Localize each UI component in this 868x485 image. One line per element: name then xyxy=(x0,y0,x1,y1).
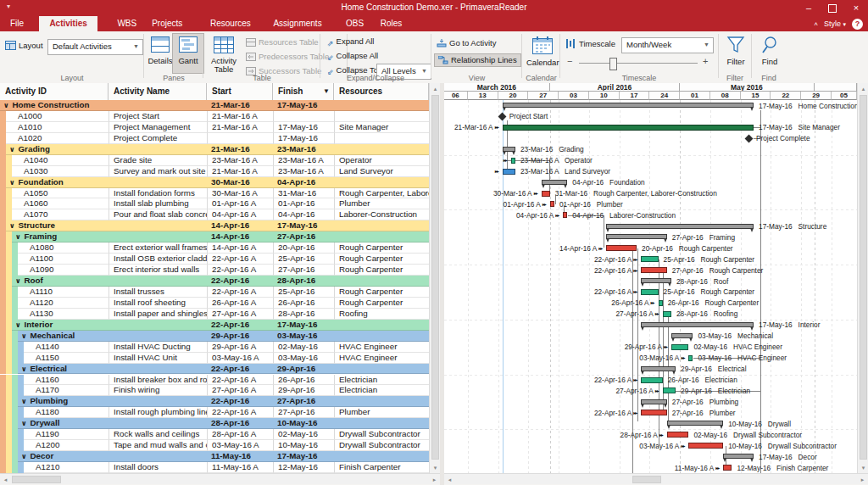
table-row[interactable]: A1010Project Management21-Mar-16 A17-May… xyxy=(0,122,429,133)
tab-resources[interactable]: Resources xyxy=(200,16,261,31)
gantt-summary-bar[interactable] xyxy=(723,454,754,459)
column-header-start[interactable]: Start xyxy=(207,83,273,100)
table-row[interactable]: A1000Project Start21-Mar-16 A xyxy=(0,111,429,122)
gantt-bar[interactable] xyxy=(563,212,567,218)
gantt-bar[interactable] xyxy=(542,191,550,197)
predecessors-table-button[interactable]: Predecessors Table xyxy=(246,51,329,63)
gantt-summary-bar[interactable] xyxy=(606,234,667,239)
collapse-chevron-icon[interactable]: ∨ xyxy=(21,365,27,373)
tab-assignments[interactable]: Assignments xyxy=(263,16,331,31)
collapse-chevron-icon[interactable]: ∨ xyxy=(9,222,15,230)
gantt-bar[interactable] xyxy=(641,289,658,295)
gantt-bar[interactable] xyxy=(641,267,667,273)
column-header-finish[interactable]: Finish▼ xyxy=(273,83,334,100)
tab-roles[interactable]: Roles xyxy=(370,16,413,31)
gantt-bar[interactable] xyxy=(688,443,723,449)
scrollbar-thumb[interactable] xyxy=(12,476,61,483)
scrollbar-thumb[interactable] xyxy=(431,95,439,460)
gantt-bar[interactable] xyxy=(667,432,689,438)
group-row[interactable]: ∨Plumbing22-Apr-1627-Apr-16 xyxy=(0,396,429,407)
filter-button[interactable]: Filter xyxy=(720,33,752,74)
tab-activities[interactable]: Activities xyxy=(39,16,97,31)
gantt-summary-bar[interactable] xyxy=(671,333,693,338)
group-row[interactable]: ∨Roof22-Apr-1628-Apr-16 xyxy=(0,276,429,287)
collapse-chevron-icon[interactable]: ∨ xyxy=(21,398,27,405)
calendar-button[interactable]: Calendar xyxy=(526,33,559,74)
group-row[interactable]: ∨Framing14-Apr-1627-Apr-16 xyxy=(0,231,429,242)
gantt-bar[interactable] xyxy=(641,410,667,415)
table-row[interactable]: A1090Erect interior stud walls22-Apr-16 … xyxy=(0,265,429,276)
group-row[interactable]: ∨Grading21-Mar-1623-Mar-16 xyxy=(0,144,429,155)
style-menu[interactable]: Style ▾ xyxy=(824,20,846,28)
column-header-activity-name[interactable]: Activity Name xyxy=(108,83,207,100)
scroll-left-icon[interactable]: ◂ xyxy=(0,474,11,485)
table-row[interactable]: A1030Survey and mark out site21-Mar-16 A… xyxy=(0,166,429,177)
table-row[interactable]: A1180Install rough plumbing lines22-Apr-… xyxy=(0,407,429,418)
table-row[interactable]: A1120Install roof sheeting26-Apr-16 A26-… xyxy=(0,298,429,309)
gantt-horizontal-scrollbar[interactable]: ◂ ▸ xyxy=(444,473,868,484)
collapse-chevron-icon[interactable]: ∨ xyxy=(21,332,27,340)
gantt-bar[interactable] xyxy=(641,256,658,262)
group-row[interactable]: ∨Foundation30-Mar-1604-Apr-16 xyxy=(0,177,429,188)
gantt-bar[interactable] xyxy=(723,465,732,471)
collapse-all-button[interactable]: ⇙Collapse All xyxy=(327,50,378,62)
resources-table-button[interactable]: Resources Table xyxy=(246,36,319,48)
column-header-resources[interactable]: Resources xyxy=(334,83,429,100)
scroll-up-icon[interactable]: ▴ xyxy=(858,83,868,94)
gantt-bar[interactable] xyxy=(671,344,688,350)
scroll-right-icon[interactable]: ▸ xyxy=(429,474,440,485)
gantt-bar[interactable] xyxy=(641,377,663,383)
gantt-summary-bar[interactable] xyxy=(606,224,754,229)
scroll-down-icon[interactable]: ▾ xyxy=(858,462,868,473)
collapse-chevron-icon[interactable]: ∨ xyxy=(9,179,15,187)
group-row[interactable]: ∨Drywall28-Apr-1610-May-16 xyxy=(0,418,429,429)
group-row[interactable]: ∨Interior22-Apr-1617-May-16 xyxy=(0,320,429,331)
table-row[interactable]: A1160Install breaker box and rough wirin… xyxy=(0,375,429,386)
gantt-summary-bar[interactable] xyxy=(503,147,515,152)
scroll-right-icon[interactable]: ▸ xyxy=(857,474,868,485)
table-row[interactable]: A1140Install HVAC Ducting29-Apr-16 A02-M… xyxy=(0,342,429,353)
table-row[interactable]: A1050Install fondation forms30-Mar-16 A3… xyxy=(0,188,429,199)
collapse-chevron-icon[interactable]: ∨ xyxy=(15,277,21,285)
layout-combobox[interactable]: Default Activities▼ xyxy=(47,39,143,55)
find-button[interactable]: Find xyxy=(754,33,786,74)
table-row[interactable]: A1190Rock walls and ceilings28-Apr-16 A0… xyxy=(0,429,429,440)
table-vertical-scrollbar[interactable]: ▴ ▾ xyxy=(429,83,440,473)
gantt-bar[interactable] xyxy=(659,300,663,306)
gantt-bar[interactable] xyxy=(663,387,676,393)
gantt-bar[interactable] xyxy=(503,125,754,131)
milestone-icon[interactable] xyxy=(745,134,754,142)
timescale-zoom-in[interactable]: + xyxy=(703,56,708,66)
gantt-summary-bar[interactable] xyxy=(641,322,754,327)
table-row[interactable]: A1130Install paper and shingles27-Apr-16… xyxy=(0,309,429,320)
scrollbar-thumb[interactable] xyxy=(632,476,661,483)
gantt-summary-bar[interactable] xyxy=(503,103,754,108)
gantt-summary-bar[interactable] xyxy=(641,399,667,404)
gantt-bar[interactable] xyxy=(550,201,554,207)
close-button[interactable]: × xyxy=(844,0,868,16)
help-icon[interactable]: ? xyxy=(852,19,863,30)
table-horizontal-scrollbar[interactable]: ◂ ▸ xyxy=(0,473,440,484)
table-row[interactable]: A1210Install doors11-May-16 A12-May-16Fi… xyxy=(0,462,429,473)
table-row[interactable]: A1100Install OSB exterior cladding22-Apr… xyxy=(0,254,429,265)
tab-obs[interactable]: OBS xyxy=(336,16,374,31)
table-row[interactable]: A1150Install HVAC Unit03-May-16 A03-May-… xyxy=(0,353,429,364)
gantt-vertical-scrollbar[interactable]: ▴ ▾ xyxy=(857,83,868,473)
collapse-chevron-icon[interactable]: ∨ xyxy=(15,233,21,241)
maximize-button[interactable] xyxy=(821,0,844,16)
gantt-bar[interactable] xyxy=(503,169,515,175)
collapse-ribbon-icon[interactable]: ˄ xyxy=(814,20,818,28)
scroll-left-icon[interactable]: ◂ xyxy=(444,474,455,485)
activity-table-button[interactable]: Activity Table xyxy=(205,33,242,74)
group-row[interactable]: ∨Mechanical29-Apr-1603-May-16 xyxy=(0,331,429,342)
table-row[interactable]: A1060Install slab plumbing01-Apr-16 A01-… xyxy=(0,198,429,209)
gantt-summary-bar[interactable] xyxy=(641,366,676,371)
table-row[interactable]: A1020Project Complete17-May-16 xyxy=(0,133,429,144)
table-row[interactable]: A1080Erect exterior wall frames14-Apr-16… xyxy=(0,242,429,254)
column-header-activity-id[interactable]: Activity ID xyxy=(0,83,108,100)
filter-icon[interactable]: ▼ xyxy=(323,83,330,100)
collapse-chevron-icon[interactable]: ∨ xyxy=(9,146,15,153)
tab-wbs[interactable]: WBS xyxy=(107,16,147,31)
collapse-chevron-icon[interactable]: ∨ xyxy=(15,321,21,329)
minimize-button[interactable]: – xyxy=(797,0,821,16)
